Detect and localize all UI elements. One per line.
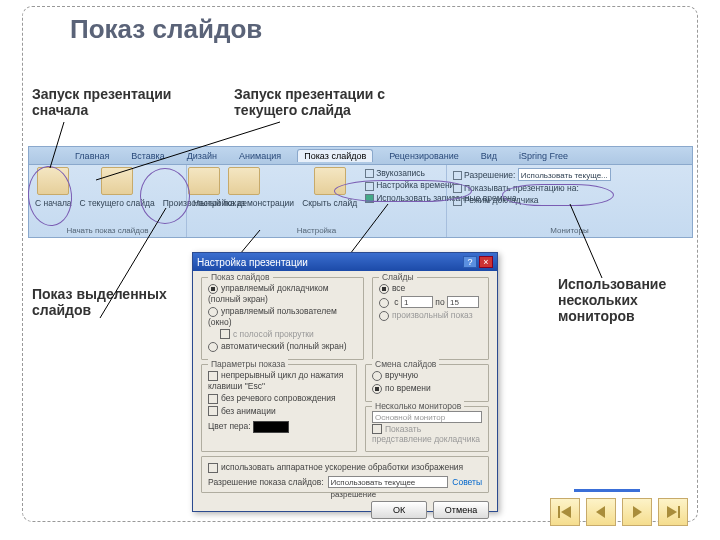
group-setup-label: Настройка [191, 226, 442, 237]
radio-all-slides[interactable]: все [379, 282, 482, 295]
ok-button[interactable]: ОК [371, 501, 427, 519]
chk-loop[interactable]: непрерывный цикл до нажатия клавиши "Esc… [208, 369, 350, 392]
svg-marker-9 [633, 506, 642, 518]
ribbon-tabs: Главная Вставка Дизайн Анимация Показ сл… [29, 147, 692, 165]
resolution-row[interactable]: Разрешение: Использовать текуще... [451, 167, 688, 182]
radio-timings[interactable]: по времени [372, 382, 482, 395]
highlight-circle [140, 168, 190, 224]
fs-advance-legend: Смена слайдов [372, 359, 439, 369]
annotation-monitors: Использование нескольких мониторов [558, 276, 698, 324]
tab-view[interactable]: Вид [475, 150, 503, 162]
fs-slides-legend: Слайды [379, 272, 417, 282]
radio-manual[interactable]: вручную [372, 369, 482, 382]
pen-color-picker[interactable] [253, 421, 289, 433]
cancel-button[interactable]: Отмена [433, 501, 489, 519]
highlight-circle [502, 184, 614, 206]
tab-review[interactable]: Рецензирование [383, 150, 465, 162]
radio-custom[interactable]: произвольный показ [379, 309, 482, 322]
chk-scrollbar[interactable]: с полосой прокрутки [208, 328, 357, 341]
chk-presenter-view[interactable]: Показать представление докладчика [372, 423, 482, 446]
nav-first-button[interactable] [550, 498, 580, 526]
close-button[interactable]: × [479, 256, 493, 268]
nav-buttons [550, 498, 688, 526]
tab-design[interactable]: Дизайн [181, 150, 223, 162]
setup-dialog: Настройка презентации ? × Показ слайдов … [192, 252, 498, 512]
from-input[interactable]: 1 [401, 296, 433, 308]
tab-ispring[interactable]: iSpring Free [513, 150, 574, 162]
group-monitors-label: Мониторы [451, 226, 688, 237]
help-button[interactable]: ? [463, 256, 477, 268]
annotation-from-beginning: Запуск презентации сначала [32, 86, 202, 118]
radio-range[interactable]: с 1 по 15 [379, 295, 482, 309]
annotation-from-current: Запуск презентации с текущего слайда [234, 86, 414, 118]
page-title: Показ слайдов [70, 14, 262, 45]
chk-no-animation[interactable]: без анимации [208, 405, 350, 418]
fs-monitors-legend: Несколько мониторов [372, 401, 464, 411]
tab-home[interactable]: Главная [69, 150, 115, 162]
svg-rect-11 [678, 506, 680, 518]
monitor-select[interactable]: Основной монитор [372, 411, 482, 423]
dialog-titlebar[interactable]: Настройка презентации ? × [193, 253, 497, 271]
highlight-circle [334, 180, 472, 202]
pen-color-label: Цвет пера: [208, 422, 251, 432]
perf-res-select[interactable]: Использовать текущее разрешение [328, 476, 448, 488]
tips-link[interactable]: Советы [452, 477, 482, 487]
nav-underline [574, 489, 640, 492]
dialog-title: Настройка презентации [197, 257, 308, 268]
annotation-custom-show: Показ выделенных слайдов [32, 286, 172, 318]
fs-show-legend: Показ слайдов [208, 272, 273, 282]
from-current-button[interactable] [101, 167, 133, 195]
fs-opts-legend: Параметры показа [208, 359, 288, 369]
svg-rect-6 [558, 506, 560, 518]
chk-hw-accel[interactable]: использовать аппаратное ускорение обрабо… [208, 461, 482, 474]
nav-next-button[interactable] [622, 498, 652, 526]
radio-kiosk[interactable]: автоматический (полный экран) [208, 340, 357, 353]
tab-slideshow[interactable]: Показ слайдов [297, 149, 373, 162]
svg-marker-10 [667, 506, 677, 518]
radio-speaker[interactable]: управляемый докладчиком (полный экран) [208, 282, 357, 305]
setup-show-button[interactable] [228, 167, 260, 195]
tab-insert[interactable]: Вставка [125, 150, 170, 162]
setup-show-label: Настройка демонстрации [191, 197, 296, 209]
svg-marker-7 [561, 506, 571, 518]
tab-animation[interactable]: Анимация [233, 150, 287, 162]
to-input[interactable]: 15 [447, 296, 479, 308]
nav-last-button[interactable] [658, 498, 688, 526]
perf-res-label: Разрешение показа слайдов: [208, 477, 324, 487]
chk-no-narration[interactable]: без речевого сопровождения [208, 392, 350, 405]
svg-marker-8 [596, 506, 605, 518]
nav-prev-button[interactable] [586, 498, 616, 526]
group-start-label: Начать показ слайдов [33, 226, 182, 237]
radio-browsed[interactable]: управляемый пользователем (окно) [208, 305, 357, 328]
resolution-combo[interactable]: Использовать текуще... [518, 168, 611, 181]
